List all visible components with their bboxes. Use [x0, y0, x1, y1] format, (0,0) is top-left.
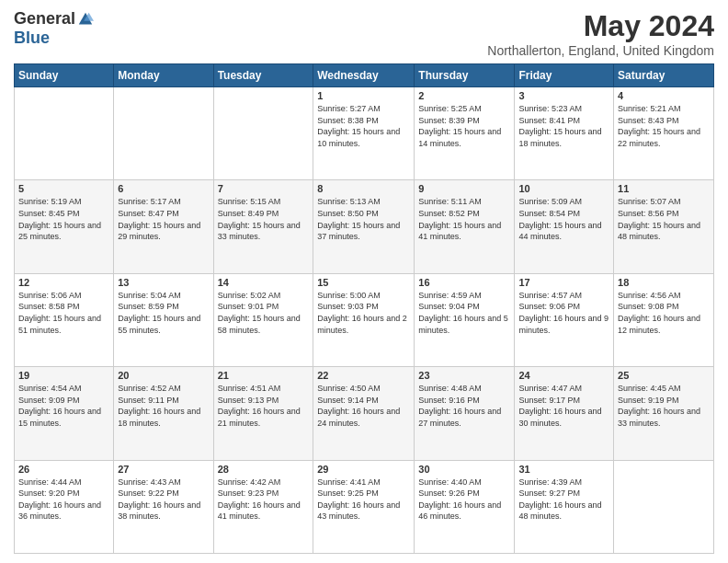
day-info: Sunrise: 4:45 AM Sunset: 9:19 PM Dayligh… [618, 383, 710, 429]
calendar-table: SundayMondayTuesdayWednesdayThursdayFrid… [14, 63, 714, 554]
week-row-5: 26Sunrise: 4:44 AM Sunset: 9:20 PM Dayli… [15, 460, 714, 553]
calendar-cell: 18Sunrise: 4:56 AM Sunset: 9:08 PM Dayli… [614, 273, 714, 366]
day-number: 18 [618, 277, 710, 288]
calendar-cell [614, 460, 714, 553]
calendar-cell: 24Sunrise: 4:47 AM Sunset: 9:17 PM Dayli… [515, 367, 614, 460]
calendar-cell: 22Sunrise: 4:50 AM Sunset: 9:14 PM Dayli… [313, 367, 415, 460]
day-header-thursday: Thursday [415, 64, 515, 87]
day-number: 5 [18, 183, 109, 194]
calendar-cell: 8Sunrise: 5:13 AM Sunset: 8:50 PM Daylig… [313, 180, 415, 273]
calendar-cell: 6Sunrise: 5:17 AM Sunset: 8:47 PM Daylig… [114, 180, 213, 273]
day-number: 17 [518, 277, 609, 288]
day-number: 3 [518, 90, 609, 101]
day-number: 24 [518, 370, 609, 381]
calendar-cell: 20Sunrise: 4:52 AM Sunset: 9:11 PM Dayli… [114, 367, 213, 460]
week-row-3: 12Sunrise: 5:06 AM Sunset: 8:58 PM Dayli… [15, 273, 714, 366]
calendar-cell: 5Sunrise: 5:19 AM Sunset: 8:45 PM Daylig… [15, 180, 114, 273]
day-info: Sunrise: 5:11 AM Sunset: 8:52 PM Dayligh… [418, 196, 510, 242]
header: General Blue May 2024 Northallerton, Eng… [14, 9, 714, 58]
logo-icon [77, 11, 94, 28]
day-number: 9 [418, 183, 510, 194]
day-number: 4 [618, 90, 710, 101]
day-number: 7 [218, 183, 310, 194]
calendar-cell: 12Sunrise: 5:06 AM Sunset: 8:58 PM Dayli… [15, 273, 114, 366]
calendar-cell: 21Sunrise: 4:51 AM Sunset: 9:13 PM Dayli… [213, 367, 313, 460]
day-info: Sunrise: 4:51 AM Sunset: 9:13 PM Dayligh… [218, 383, 310, 429]
day-number: 21 [218, 370, 310, 381]
day-info: Sunrise: 4:52 AM Sunset: 9:11 PM Dayligh… [118, 383, 209, 429]
day-number: 8 [317, 183, 410, 194]
day-info: Sunrise: 5:21 AM Sunset: 8:43 PM Dayligh… [618, 103, 710, 149]
calendar-cell: 30Sunrise: 4:40 AM Sunset: 9:26 PM Dayli… [415, 460, 515, 553]
day-info: Sunrise: 4:39 AM Sunset: 9:27 PM Dayligh… [518, 477, 609, 523]
calendar-cell: 26Sunrise: 4:44 AM Sunset: 9:20 PM Dayli… [15, 460, 114, 553]
day-number: 30 [418, 464, 510, 475]
calendar-cell: 11Sunrise: 5:07 AM Sunset: 8:56 PM Dayli… [614, 180, 714, 273]
day-info: Sunrise: 4:43 AM Sunset: 9:22 PM Dayligh… [118, 477, 209, 523]
day-number: 1 [317, 90, 410, 101]
day-info: Sunrise: 5:02 AM Sunset: 9:01 PM Dayligh… [218, 290, 310, 336]
day-info: Sunrise: 4:56 AM Sunset: 9:08 PM Dayligh… [618, 290, 710, 336]
day-info: Sunrise: 4:44 AM Sunset: 9:20 PM Dayligh… [18, 477, 109, 523]
day-number: 29 [317, 464, 410, 475]
day-number: 27 [118, 464, 209, 475]
week-row-2: 5Sunrise: 5:19 AM Sunset: 8:45 PM Daylig… [15, 180, 714, 273]
calendar-cell: 27Sunrise: 4:43 AM Sunset: 9:22 PM Dayli… [114, 460, 213, 553]
day-info: Sunrise: 4:48 AM Sunset: 9:16 PM Dayligh… [418, 383, 510, 429]
day-number: 13 [118, 277, 209, 288]
day-number: 26 [18, 464, 109, 475]
day-number: 11 [618, 183, 710, 194]
day-info: Sunrise: 4:54 AM Sunset: 9:09 PM Dayligh… [18, 383, 109, 429]
day-info: Sunrise: 4:59 AM Sunset: 9:04 PM Dayligh… [418, 290, 510, 336]
week-row-1: 1Sunrise: 5:27 AM Sunset: 8:38 PM Daylig… [15, 87, 714, 180]
day-header-saturday: Saturday [614, 64, 714, 87]
day-info: Sunrise: 5:27 AM Sunset: 8:38 PM Dayligh… [317, 103, 410, 149]
day-info: Sunrise: 4:40 AM Sunset: 9:26 PM Dayligh… [418, 477, 510, 523]
day-info: Sunrise: 5:09 AM Sunset: 8:54 PM Dayligh… [518, 196, 609, 242]
calendar-cell: 4Sunrise: 5:21 AM Sunset: 8:43 PM Daylig… [614, 87, 714, 180]
day-info: Sunrise: 5:04 AM Sunset: 8:59 PM Dayligh… [118, 290, 209, 336]
day-info: Sunrise: 5:00 AM Sunset: 9:03 PM Dayligh… [317, 290, 410, 336]
day-header-friday: Friday [515, 64, 614, 87]
page: General Blue May 2024 Northallerton, Eng… [0, 0, 728, 563]
day-info: Sunrise: 4:50 AM Sunset: 9:14 PM Dayligh… [317, 383, 410, 429]
logo-blue-text: Blue [14, 29, 50, 48]
day-number: 28 [218, 464, 310, 475]
day-number: 19 [18, 370, 109, 381]
calendar-cell: 2Sunrise: 5:25 AM Sunset: 8:39 PM Daylig… [415, 87, 515, 180]
calendar-cell: 31Sunrise: 4:39 AM Sunset: 9:27 PM Dayli… [515, 460, 614, 553]
day-header-wednesday: Wednesday [313, 64, 415, 87]
calendar-cell: 16Sunrise: 4:59 AM Sunset: 9:04 PM Dayli… [415, 273, 515, 366]
calendar-cell: 28Sunrise: 4:42 AM Sunset: 9:23 PM Dayli… [213, 460, 313, 553]
calendar-cell: 17Sunrise: 4:57 AM Sunset: 9:06 PM Dayli… [515, 273, 614, 366]
calendar-cell: 29Sunrise: 4:41 AM Sunset: 9:25 PM Dayli… [313, 460, 415, 553]
day-info: Sunrise: 5:23 AM Sunset: 8:41 PM Dayligh… [518, 103, 609, 149]
calendar-cell: 25Sunrise: 4:45 AM Sunset: 9:19 PM Dayli… [614, 367, 714, 460]
day-number: 2 [418, 90, 510, 101]
day-header-tuesday: Tuesday [213, 64, 313, 87]
day-info: Sunrise: 5:19 AM Sunset: 8:45 PM Dayligh… [18, 196, 109, 242]
day-number: 12 [18, 277, 109, 288]
header-row: SundayMondayTuesdayWednesdayThursdayFrid… [15, 64, 714, 87]
day-number: 10 [518, 183, 609, 194]
calendar-cell: 3Sunrise: 5:23 AM Sunset: 8:41 PM Daylig… [515, 87, 614, 180]
day-number: 15 [317, 277, 410, 288]
day-header-monday: Monday [114, 64, 213, 87]
day-info: Sunrise: 5:07 AM Sunset: 8:56 PM Dayligh… [618, 196, 710, 242]
calendar-cell: 7Sunrise: 5:15 AM Sunset: 8:49 PM Daylig… [213, 180, 313, 273]
location: Northallerton, England, United Kingdom [487, 43, 714, 58]
day-number: 25 [618, 370, 710, 381]
month-title: May 2024 [487, 9, 714, 43]
day-info: Sunrise: 5:25 AM Sunset: 8:39 PM Dayligh… [418, 103, 510, 149]
title-section: May 2024 Northallerton, England, United … [487, 9, 714, 58]
logo-general-text: General [14, 9, 75, 29]
day-number: 20 [118, 370, 209, 381]
calendar-cell: 13Sunrise: 5:04 AM Sunset: 8:59 PM Dayli… [114, 273, 213, 366]
calendar-cell: 9Sunrise: 5:11 AM Sunset: 8:52 PM Daylig… [415, 180, 515, 273]
calendar-cell: 1Sunrise: 5:27 AM Sunset: 8:38 PM Daylig… [313, 87, 415, 180]
day-number: 16 [418, 277, 510, 288]
calendar-cell [213, 87, 313, 180]
day-info: Sunrise: 4:42 AM Sunset: 9:23 PM Dayligh… [218, 477, 310, 523]
week-row-4: 19Sunrise: 4:54 AM Sunset: 9:09 PM Dayli… [15, 367, 714, 460]
day-info: Sunrise: 4:57 AM Sunset: 9:06 PM Dayligh… [518, 290, 609, 336]
